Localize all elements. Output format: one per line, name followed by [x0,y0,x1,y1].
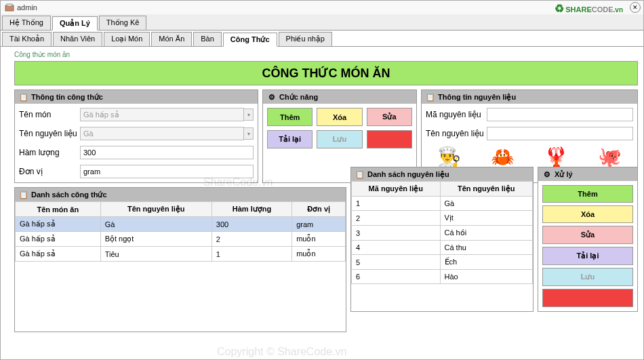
tenmon-label: Tên món [19,110,80,119]
svg-rect-1 [7,4,12,6]
window-title: admin [17,3,37,12]
table-row[interactable]: 2Vịt [352,211,533,226]
xuly-panel: ⚙Xử lý Thêm Xóa Sửa Tải lại Lưu Hủy [538,167,638,312]
xuly-title: Xử lý [555,170,573,179]
th-hamluong: Hàm lượng [212,202,291,217]
donvi-label: Đơn vị [19,167,80,176]
octopus-icon: 🐙 [598,146,622,168]
tennl-dropdown-icon[interactable]: ▾ [244,127,254,140]
tenmon-input[interactable] [80,108,244,121]
info-panel-title: Thông tin công thức [31,93,103,102]
crab-icon: 🦀 [491,146,515,168]
subtab-monan[interactable]: Món Ăn [151,32,192,46]
them-button[interactable]: Thêm [267,108,313,126]
ing-info-title: Thông tin nguyên liệu [438,93,516,102]
table-row[interactable]: 3Cá hồi [352,226,533,241]
clipboard-icon: 📋 [426,92,435,102]
list-icon: 📋 [355,169,365,179]
luu-button[interactable]: Lưu [317,130,362,148]
tenmon-dropdown-icon[interactable]: ▾ [244,108,254,121]
subtab-taikhoan[interactable]: Tài Khoản [2,32,52,46]
table-row[interactable]: 4Cá thu [352,241,533,255]
app-icon [5,3,14,12]
subtab-nhanvien[interactable]: Nhân Viên [53,32,102,46]
table-row[interactable]: Gà hấp sảTiêu1muỗn [16,247,346,262]
th-tennl: Tên nguyên liệu [100,202,212,217]
breadcrumb: Công thức món ăn [14,49,638,61]
tab-hethong[interactable]: Hệ Thống [2,16,51,30]
th-ma: Mã nguyên liệu [352,182,441,197]
th-tenmon: Tên món ăn [16,202,101,217]
subtab-ban[interactable]: Bàn [193,32,222,46]
info-panel: 📋Thông tin công thức Tên món ▾ Tên nguyê… [14,89,258,183]
subtab-congthuc[interactable]: Công Thức [223,33,277,47]
ing-table[interactable]: Mã nguyên liệu Tên nguyên liệu 1Gà2Vịt3C… [351,181,533,284]
recipe-table[interactable]: Tên món ăn Tên nguyên liệu Hàm lượng Đơn… [15,201,346,262]
tailai-button[interactable]: Tải lại [267,130,313,148]
xuly-luu-button[interactable]: Lưu [542,268,633,286]
xuly-tailai-button[interactable]: Tải lại [542,247,633,265]
brand-logo: ♻SHARECODE.vn [555,2,623,15]
xuly-sua-button[interactable]: Sửa [542,226,633,244]
manl-label: Mã nguyên liệu [426,110,487,119]
hamluong-label: Hàm lượng [19,148,80,157]
manl-input[interactable] [487,108,633,121]
close-button[interactable]: ✕ [630,2,641,13]
table-row[interactable]: Gà hấp sảGà300gram [16,217,346,232]
list-icon: 📋 [19,190,28,199]
tennl-label: Tên nguyên liệu [19,129,80,138]
huy-button[interactable]: Hủy [367,130,412,148]
hamluong-input[interactable] [80,146,254,159]
page-title: CÔNG THỨC MÓN ĂN [14,61,638,85]
sua-button[interactable]: Sửa [367,108,412,126]
lobster-icon: 🦞 [544,146,568,168]
table-row[interactable]: Gà hấp sảBột ngọt2muỗn [16,232,346,247]
subtab-loaimon[interactable]: Loại Món [104,32,150,46]
chef-icon: 👨‍🍳 [437,146,461,168]
tab-quanly[interactable]: Quản Lý [52,16,98,31]
main-tabs: Hệ Thống Quản Lý Thống Kê [1,14,643,31]
donvi-input[interactable] [80,165,254,178]
ing-list-panel: 📋Danh sách nguyên liệu Mã nguyên liệu Tê… [350,167,534,312]
th-donvi: Đơn vị [292,202,346,217]
clipboard-icon: 📋 [19,92,28,102]
tab-thongke[interactable]: Thống Kê [99,16,147,30]
xuly-xoa-button[interactable]: Xóa [542,205,633,223]
table-row[interactable]: 6Hào [352,270,533,284]
table-row[interactable]: 5Ếch [352,255,533,270]
xuly-them-button[interactable]: Thêm [542,185,633,203]
recipe-list-panel: 📋Danh sách công thức Tên món ăn Tên nguy… [14,187,346,332]
gear-icon: ⚙ [542,169,552,179]
xuly-huy-button[interactable]: Hủy [542,289,633,307]
table-row[interactable]: 1Gà [352,197,533,211]
gear-icon: ⚙ [267,92,277,102]
tennl2-label: Tên nguyên liệu [426,129,487,138]
ing-list-title: Danh sách nguyên liệu [367,170,449,179]
recipe-list-title: Danh sách công thức [31,191,107,199]
ingredient-icons: 👨‍🍳 🦀 🦞 🐙 [426,146,633,168]
subtab-phieunhap[interactable]: Phiếu nhập [279,32,332,46]
th-ten: Tên nguyên liệu [440,182,533,197]
func-panel-title: Chức năng [279,93,318,102]
tennl-input[interactable] [80,127,244,140]
tennl2-input[interactable] [487,127,633,140]
sub-tabs: Tài Khoản Nhân Viên Loại Món Món Ăn Bàn … [1,31,643,47]
titlebar: admin ♻SHARECODE.vn ✕ [1,1,643,14]
xoa-button[interactable]: Xóa [317,108,362,126]
